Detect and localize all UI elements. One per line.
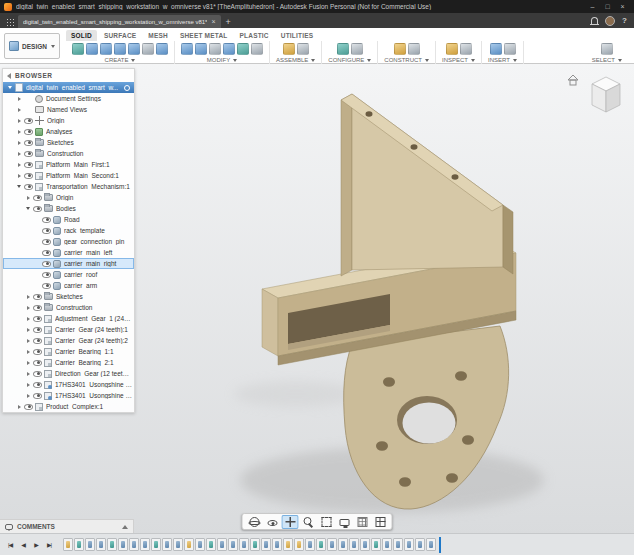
create-box-icon[interactable]	[86, 43, 98, 55]
visibility-eye-icon[interactable]	[42, 250, 51, 256]
section-analysis-icon[interactable]	[460, 43, 472, 55]
model-fin-end-face[interactable]	[503, 205, 513, 274]
timeline-sketch-marker-9[interactable]	[151, 538, 161, 551]
sweep-icon[interactable]	[128, 43, 140, 55]
ribbon-tab-sheet-metal[interactable]: SHEET METAL	[175, 30, 233, 41]
visibility-eye-icon[interactable]	[24, 118, 33, 124]
visibility-eye-icon[interactable]	[24, 184, 33, 190]
split-body-icon[interactable]	[251, 43, 263, 55]
zoom-button[interactable]	[300, 515, 317, 529]
expander-open-icon[interactable]	[15, 185, 23, 188]
visibility-eye-icon[interactable]	[33, 382, 42, 388]
model-channel-end-face[interactable]	[262, 289, 278, 356]
fit-button[interactable]	[318, 515, 335, 529]
visibility-eye-icon[interactable]	[42, 261, 51, 267]
expander-closed-icon[interactable]	[24, 317, 32, 321]
timeline-component-marker-1[interactable]	[63, 538, 73, 551]
model-base-hole-large[interactable]	[403, 403, 456, 444]
browser-header[interactable]: BROWSER	[3, 69, 134, 82]
help-icon[interactable]: ?	[622, 16, 627, 25]
expander-closed-icon[interactable]	[15, 141, 23, 145]
create-sketch-icon[interactable]	[72, 43, 84, 55]
visibility-eye-icon[interactable]	[33, 316, 42, 322]
fillet-icon[interactable]	[195, 43, 207, 55]
timeline-sketch-marker-29[interactable]	[371, 538, 381, 551]
browser-row-origin[interactable]: Origin	[3, 192, 134, 203]
browser-row-transportation-mechanism-1[interactable]: Transportation_Mechanism:1	[3, 181, 134, 192]
expander-closed-icon[interactable]	[24, 383, 32, 387]
view-cube-faces[interactable]	[592, 77, 620, 112]
browser-row-carrier-bearing-2-1[interactable]: Carrier_Bearing_2:1	[3, 357, 134, 368]
configuration-table-icon[interactable]	[351, 43, 363, 55]
timeline-feature-marker-34[interactable]	[426, 538, 436, 551]
timeline-feature-marker-8[interactable]	[140, 538, 150, 551]
offset-face-icon[interactable]	[237, 43, 249, 55]
browser-row-construction[interactable]: Construction	[3, 302, 134, 313]
timeline-feature-marker-30[interactable]	[382, 538, 392, 551]
visibility-eye-icon[interactable]	[33, 294, 42, 300]
extrude-icon[interactable]	[100, 43, 112, 55]
look-at-button[interactable]	[264, 515, 281, 529]
timeline-feature-marker-31[interactable]	[393, 538, 403, 551]
step-forward-button[interactable]: ▶|	[43, 539, 55, 551]
visibility-eye-icon[interactable]	[33, 360, 42, 366]
viewports-button[interactable]	[372, 515, 389, 529]
loft-icon[interactable]	[142, 43, 154, 55]
browser-row-adjustment-gear-1-24-teeth-1[interactable]: Adjustment_Gear_1 (24 teeth):1	[3, 313, 134, 324]
timeline-feature-marker-16[interactable]	[228, 538, 238, 551]
new-component-icon[interactable]	[283, 43, 295, 55]
ribbon-tab-utilities[interactable]: UTILITIES	[276, 30, 319, 41]
home-icon[interactable]	[568, 75, 578, 85]
ribbon-dropdown-create[interactable]: CREATE	[105, 57, 136, 63]
expand-comments-icon[interactable]	[122, 525, 128, 529]
timeline-feature-marker-28[interactable]	[360, 538, 370, 551]
timeline-component-marker-12[interactable]	[184, 538, 194, 551]
timeline-feature-marker-4[interactable]	[96, 538, 106, 551]
timeline-feature-marker-23[interactable]	[305, 538, 315, 551]
ribbon-tab-mesh[interactable]: MESH	[143, 30, 173, 41]
visibility-eye-icon[interactable]	[42, 217, 51, 223]
combine-icon[interactable]	[223, 43, 235, 55]
browser-row-carrier-bearing-1-1[interactable]: Carrier_Bearing_1:1	[3, 346, 134, 357]
browser-row-sketches[interactable]: Sketches	[3, 137, 134, 148]
expander-closed-icon[interactable]	[15, 108, 23, 112]
visibility-eye-icon[interactable]	[33, 393, 42, 399]
display-settings-button[interactable]	[336, 515, 353, 529]
expander-closed-icon[interactable]	[24, 361, 32, 365]
browser-row-gear-connection-pin[interactable]: gear_connection_pin	[3, 236, 134, 247]
visibility-eye-icon[interactable]	[33, 195, 42, 201]
pan-button[interactable]	[282, 515, 299, 529]
browser-row-named-views[interactable]: Named Views	[3, 104, 134, 115]
timeline-sketch-marker-2[interactable]	[74, 538, 84, 551]
maximize-button[interactable]: □	[600, 1, 615, 13]
close-button[interactable]: ×	[615, 1, 630, 13]
timeline-sketch-marker-24[interactable]	[316, 538, 326, 551]
browser-row-17hs3401-usongshine-x[interactable]: 17HS3401_Usongshine x...	[3, 379, 134, 390]
new-tab-button[interactable]: +	[221, 15, 236, 28]
joint-icon[interactable]	[297, 43, 309, 55]
expander-closed-icon[interactable]	[15, 97, 23, 101]
expander-open-icon[interactable]	[24, 207, 32, 210]
expander-closed-icon[interactable]	[15, 174, 23, 178]
timeline-feature-marker-11[interactable]	[173, 538, 183, 551]
timeline-feature-marker-20[interactable]	[272, 538, 282, 551]
step-back-button[interactable]: ◀	[17, 539, 29, 551]
hole-icon[interactable]	[156, 43, 168, 55]
ribbon-dropdown-insert[interactable]: INSERT	[488, 57, 517, 63]
expander-closed-icon[interactable]	[24, 394, 32, 398]
timeline-feature-marker-25[interactable]	[327, 538, 337, 551]
browser-row-platform-main-first-1[interactable]: Platform_Main_First:1	[3, 159, 134, 170]
timeline-feature-marker-10[interactable]	[162, 538, 172, 551]
timeline-feature-marker-3[interactable]	[85, 538, 95, 551]
browser-row-carrier-gear-24-teeth-1[interactable]: Carrier_Gear (24 teeth):1	[3, 324, 134, 335]
expander-closed-icon[interactable]	[24, 295, 32, 299]
expander-closed-icon[interactable]	[15, 405, 23, 409]
timeline-playhead[interactable]	[439, 537, 441, 553]
expander-closed-icon[interactable]	[24, 306, 32, 310]
visibility-eye-icon[interactable]	[33, 206, 42, 212]
user-avatar[interactable]	[605, 16, 615, 26]
expander-closed-icon[interactable]	[15, 119, 23, 123]
workspace-selector[interactable]: DESIGN	[4, 33, 60, 59]
timeline-feature-marker-15[interactable]	[217, 538, 227, 551]
visibility-eye-icon[interactable]	[24, 140, 33, 146]
